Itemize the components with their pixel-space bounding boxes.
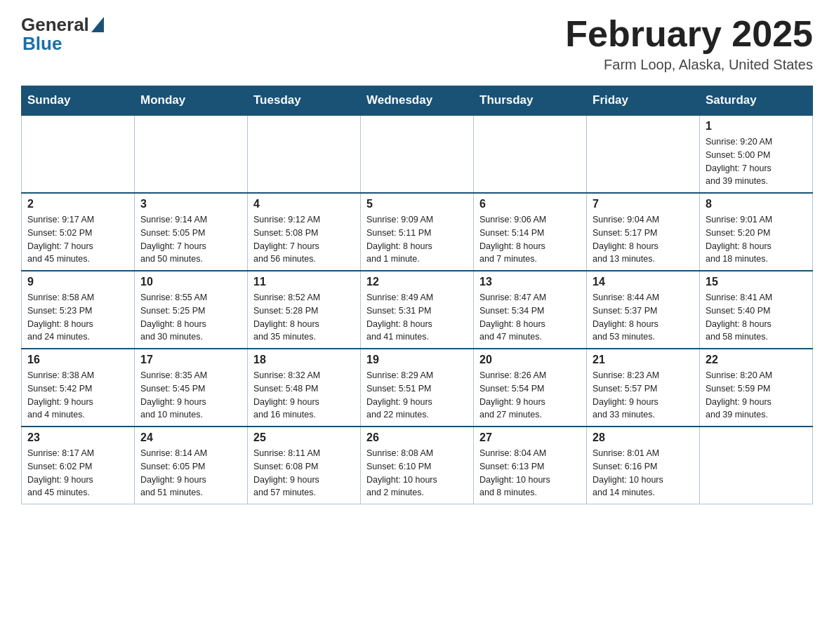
day-number: 16 bbox=[27, 354, 128, 366]
day-number: 7 bbox=[593, 198, 694, 210]
table-row bbox=[361, 115, 474, 193]
day-number: 17 bbox=[140, 354, 241, 366]
calendar-week-row: 2Sunrise: 9:17 AM Sunset: 5:02 PM Daylig… bbox=[22, 193, 813, 271]
header-friday: Friday bbox=[587, 86, 700, 116]
weekday-header-row: Sunday Monday Tuesday Wednesday Thursday… bbox=[22, 86, 813, 116]
day-info: Sunrise: 8:44 AM Sunset: 5:37 PM Dayligh… bbox=[593, 291, 694, 344]
header-sunday: Sunday bbox=[22, 86, 135, 116]
table-row: 7Sunrise: 9:04 AM Sunset: 5:17 PM Daylig… bbox=[587, 193, 700, 271]
day-number: 6 bbox=[479, 198, 581, 210]
table-row: 17Sunrise: 8:35 AM Sunset: 5:45 PM Dayli… bbox=[135, 349, 248, 427]
day-info: Sunrise: 9:01 AM Sunset: 5:20 PM Dayligh… bbox=[706, 213, 807, 266]
day-number: 8 bbox=[706, 198, 807, 210]
day-number: 14 bbox=[593, 276, 694, 288]
calendar-week-row: 16Sunrise: 8:38 AM Sunset: 5:42 PM Dayli… bbox=[22, 349, 813, 427]
day-number: 27 bbox=[479, 431, 581, 444]
calendar-week-row: 23Sunrise: 8:17 AM Sunset: 6:02 PM Dayli… bbox=[22, 427, 813, 504]
day-number: 26 bbox=[366, 431, 468, 444]
day-info: Sunrise: 8:23 AM Sunset: 5:57 PM Dayligh… bbox=[593, 369, 694, 422]
table-row: 23Sunrise: 8:17 AM Sunset: 6:02 PM Dayli… bbox=[22, 427, 135, 504]
day-number: 23 bbox=[27, 431, 128, 444]
logo-triangle-icon bbox=[91, 17, 104, 32]
table-row: 16Sunrise: 8:38 AM Sunset: 5:42 PM Dayli… bbox=[22, 349, 135, 427]
day-number: 2 bbox=[27, 198, 128, 210]
table-row: 13Sunrise: 8:47 AM Sunset: 5:34 PM Dayli… bbox=[474, 271, 587, 349]
day-number: 28 bbox=[593, 431, 694, 444]
table-row bbox=[248, 115, 361, 193]
table-row: 4Sunrise: 9:12 AM Sunset: 5:08 PM Daylig… bbox=[248, 193, 361, 271]
table-row: 6Sunrise: 9:06 AM Sunset: 5:14 PM Daylig… bbox=[474, 193, 587, 271]
day-number: 4 bbox=[253, 198, 355, 210]
table-row: 10Sunrise: 8:55 AM Sunset: 5:25 PM Dayli… bbox=[135, 271, 248, 349]
day-info: Sunrise: 9:06 AM Sunset: 5:14 PM Dayligh… bbox=[479, 213, 581, 266]
day-info: Sunrise: 8:04 AM Sunset: 6:13 PM Dayligh… bbox=[479, 447, 581, 499]
day-info: Sunrise: 8:20 AM Sunset: 5:59 PM Dayligh… bbox=[706, 369, 807, 422]
header-thursday: Thursday bbox=[474, 86, 587, 116]
table-row: 25Sunrise: 8:11 AM Sunset: 6:08 PM Dayli… bbox=[248, 427, 361, 504]
table-row: 15Sunrise: 8:41 AM Sunset: 5:40 PM Dayli… bbox=[700, 271, 813, 349]
day-info: Sunrise: 8:32 AM Sunset: 5:48 PM Dayligh… bbox=[253, 369, 355, 422]
day-info: Sunrise: 8:47 AM Sunset: 5:34 PM Dayligh… bbox=[479, 291, 581, 344]
day-info: Sunrise: 8:29 AM Sunset: 5:51 PM Dayligh… bbox=[366, 369, 468, 422]
month-title: February 2025 bbox=[565, 14, 813, 54]
table-row: 26Sunrise: 8:08 AM Sunset: 6:10 PM Dayli… bbox=[361, 427, 474, 504]
calendar-week-row: 9Sunrise: 8:58 AM Sunset: 5:23 PM Daylig… bbox=[22, 271, 813, 349]
table-row bbox=[135, 115, 248, 193]
day-info: Sunrise: 9:20 AM Sunset: 5:00 PM Dayligh… bbox=[706, 135, 807, 188]
day-number: 3 bbox=[140, 198, 241, 210]
day-info: Sunrise: 8:35 AM Sunset: 5:45 PM Dayligh… bbox=[140, 369, 241, 422]
day-number: 24 bbox=[140, 431, 241, 444]
day-info: Sunrise: 8:52 AM Sunset: 5:28 PM Dayligh… bbox=[253, 291, 355, 344]
table-row: 5Sunrise: 9:09 AM Sunset: 5:11 PM Daylig… bbox=[361, 193, 474, 271]
table-row: 20Sunrise: 8:26 AM Sunset: 5:54 PM Dayli… bbox=[474, 349, 587, 427]
day-info: Sunrise: 8:17 AM Sunset: 6:02 PM Dayligh… bbox=[27, 447, 128, 499]
table-row: 9Sunrise: 8:58 AM Sunset: 5:23 PM Daylig… bbox=[22, 271, 135, 349]
svg-marker-0 bbox=[91, 17, 104, 32]
day-number: 1 bbox=[706, 120, 807, 133]
day-number: 21 bbox=[593, 354, 694, 366]
day-info: Sunrise: 8:26 AM Sunset: 5:54 PM Dayligh… bbox=[479, 369, 581, 422]
table-row: 11Sunrise: 8:52 AM Sunset: 5:28 PM Dayli… bbox=[248, 271, 361, 349]
table-row: 3Sunrise: 9:14 AM Sunset: 5:05 PM Daylig… bbox=[135, 193, 248, 271]
day-number: 9 bbox=[27, 276, 128, 288]
day-info: Sunrise: 8:41 AM Sunset: 5:40 PM Dayligh… bbox=[706, 291, 807, 344]
table-row: 14Sunrise: 8:44 AM Sunset: 5:37 PM Dayli… bbox=[587, 271, 700, 349]
header-monday: Monday bbox=[135, 86, 248, 116]
day-number: 13 bbox=[479, 276, 581, 288]
day-info: Sunrise: 8:55 AM Sunset: 5:25 PM Dayligh… bbox=[140, 291, 241, 344]
day-number: 20 bbox=[479, 354, 581, 366]
logo-blue-text: Blue bbox=[21, 33, 62, 55]
day-info: Sunrise: 9:04 AM Sunset: 5:17 PM Dayligh… bbox=[593, 213, 694, 266]
table-row: 8Sunrise: 9:01 AM Sunset: 5:20 PM Daylig… bbox=[700, 193, 813, 271]
day-info: Sunrise: 8:38 AM Sunset: 5:42 PM Dayligh… bbox=[27, 369, 128, 422]
day-info: Sunrise: 8:01 AM Sunset: 6:16 PM Dayligh… bbox=[593, 447, 694, 499]
day-number: 5 bbox=[366, 198, 468, 210]
day-number: 11 bbox=[253, 276, 355, 288]
header-saturday: Saturday bbox=[700, 86, 813, 116]
table-row bbox=[22, 115, 135, 193]
day-info: Sunrise: 9:14 AM Sunset: 5:05 PM Dayligh… bbox=[140, 213, 241, 266]
table-row: 22Sunrise: 8:20 AM Sunset: 5:59 PM Dayli… bbox=[700, 349, 813, 427]
table-row: 12Sunrise: 8:49 AM Sunset: 5:31 PM Dayli… bbox=[361, 271, 474, 349]
table-row bbox=[587, 115, 700, 193]
table-row: 28Sunrise: 8:01 AM Sunset: 6:16 PM Dayli… bbox=[587, 427, 700, 504]
table-row: 18Sunrise: 8:32 AM Sunset: 5:48 PM Dayli… bbox=[248, 349, 361, 427]
day-number: 25 bbox=[253, 431, 355, 444]
table-row bbox=[474, 115, 587, 193]
page-header: General Blue February 2025 Farm Loop, Al… bbox=[21, 14, 813, 73]
day-number: 22 bbox=[706, 354, 807, 366]
table-row bbox=[700, 427, 813, 504]
day-info: Sunrise: 9:12 AM Sunset: 5:08 PM Dayligh… bbox=[253, 213, 355, 266]
table-row: 27Sunrise: 8:04 AM Sunset: 6:13 PM Dayli… bbox=[474, 427, 587, 504]
day-number: 18 bbox=[253, 354, 355, 366]
header-wednesday: Wednesday bbox=[361, 86, 474, 116]
day-number: 15 bbox=[706, 276, 807, 288]
calendar-table: Sunday Monday Tuesday Wednesday Thursday… bbox=[21, 86, 813, 504]
location: Farm Loop, Alaska, United States bbox=[565, 57, 813, 73]
table-row: 24Sunrise: 8:14 AM Sunset: 6:05 PM Dayli… bbox=[135, 427, 248, 504]
day-number: 12 bbox=[366, 276, 468, 288]
title-block: February 2025 Farm Loop, Alaska, United … bbox=[565, 14, 813, 73]
calendar-week-row: 1Sunrise: 9:20 AM Sunset: 5:00 PM Daylig… bbox=[22, 115, 813, 193]
table-row: 2Sunrise: 9:17 AM Sunset: 5:02 PM Daylig… bbox=[22, 193, 135, 271]
day-info: Sunrise: 8:08 AM Sunset: 6:10 PM Dayligh… bbox=[366, 447, 468, 499]
